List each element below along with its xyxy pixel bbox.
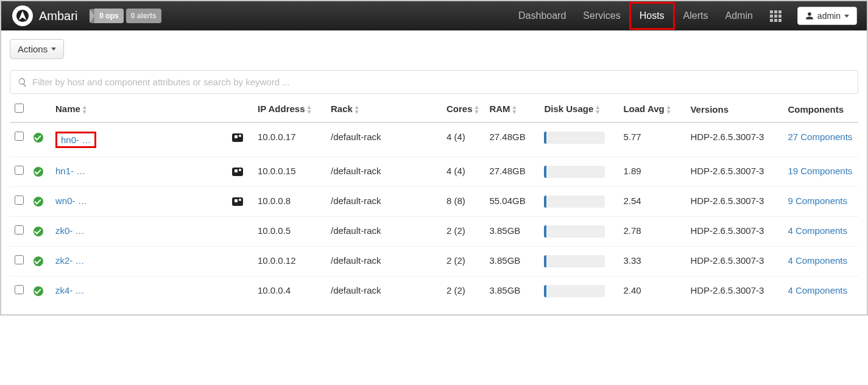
status-ok-icon (34, 167, 43, 177)
cell-ip: 10.0.0.15 (253, 157, 326, 187)
row-checkbox[interactable] (15, 166, 24, 175)
status-ok-icon (34, 227, 43, 236)
col-versions[interactable]: Versions (685, 96, 783, 122)
table-row: hn1- … 10.0.0.15 /default-rack 4 (4) 27.… (10, 157, 858, 187)
cell-ram: 3.85GB (484, 247, 539, 277)
col-components[interactable]: Components (783, 96, 858, 122)
maintenance-icon (232, 168, 243, 176)
brand-name[interactable]: Ambari (39, 9, 77, 23)
cell-disk (539, 122, 618, 157)
cell-ram: 27.48GB (484, 122, 539, 157)
cell-load: 2.54 (618, 187, 685, 217)
cell-rack: /default-rack (326, 277, 442, 306)
col-load[interactable]: Load Avg▲▼ (618, 96, 685, 122)
host-name-link[interactable]: zk2- … (55, 255, 85, 266)
row-checkbox[interactable] (15, 196, 24, 205)
hosts-table: Name▲▼ IP Address▲▼ Rack▲▼ Cores▲▼ RAM▲▼… (10, 96, 858, 306)
nav-admin[interactable]: Admin (717, 1, 761, 30)
col-name[interactable]: Name▲▼ (51, 96, 227, 122)
nav-dashboard[interactable]: Dashboard (510, 1, 574, 30)
cell-load: 2.78 (618, 217, 685, 247)
cell-cores: 2 (2) (442, 247, 484, 277)
status-ok-icon (34, 197, 43, 207)
row-checkbox[interactable] (15, 255, 24, 264)
host-name-link[interactable]: hn0- … (55, 132, 96, 148)
cell-rack: /default-rack (326, 157, 442, 187)
cell-ip: 10.0.0.17 (253, 122, 326, 157)
alerts-badge[interactable]: 0 alerts (126, 9, 161, 23)
ops-badge[interactable]: 0 ops (90, 9, 123, 23)
components-link[interactable]: 4 Components (788, 225, 847, 236)
row-checkbox[interactable] (15, 132, 24, 141)
components-link[interactable]: 19 Components (788, 166, 852, 176)
actions-label: Actions (18, 44, 48, 54)
filter-input[interactable] (32, 77, 850, 87)
cell-load: 1.89 (618, 157, 685, 187)
cell-version: HDP-2.6.5.3007-3 (685, 247, 783, 277)
components-link[interactable]: 4 Components (788, 255, 847, 266)
apps-grid-icon (770, 10, 782, 22)
cell-cores: 8 (8) (442, 187, 484, 217)
caret-down-icon (844, 15, 849, 18)
cell-cores: 2 (2) (442, 277, 484, 306)
cell-version: HDP-2.6.5.3007-3 (685, 217, 783, 247)
select-all-checkbox[interactable] (15, 104, 24, 113)
row-checkbox[interactable] (15, 225, 24, 235)
cell-rack: /default-rack (326, 247, 442, 277)
host-name-link[interactable]: zk0- … (55, 225, 85, 236)
col-ip[interactable]: IP Address▲▼ (253, 96, 326, 122)
col-rack[interactable]: Rack▲▼ (326, 96, 442, 122)
cell-ip: 10.0.0.4 (253, 277, 326, 306)
col-ram[interactable]: RAM▲▼ (484, 96, 539, 122)
table-row: wn0- … 10.0.0.8 /default-rack 8 (8) 55.0… (10, 187, 858, 217)
cell-disk (539, 247, 618, 277)
components-link[interactable]: 4 Components (788, 285, 847, 295)
filter-bar[interactable] (10, 70, 858, 94)
col-cores[interactable]: Cores▲▼ (442, 96, 484, 122)
cell-disk (539, 277, 618, 306)
user-icon (805, 12, 814, 20)
cell-ip: 10.0.0.12 (253, 247, 326, 277)
table-row: hn0- … 10.0.0.17 /default-rack 4 (4) 27.… (10, 122, 858, 157)
cell-ram: 3.85GB (484, 277, 539, 306)
cell-ip: 10.0.0.5 (253, 217, 326, 247)
host-name-link[interactable]: hn1- … (55, 166, 85, 176)
host-name-link[interactable]: wn0- … (55, 196, 87, 206)
cell-version: HDP-2.6.5.3007-3 (685, 277, 783, 306)
cell-version: HDP-2.6.5.3007-3 (685, 187, 783, 217)
ambari-logo-icon (16, 9, 29, 23)
cell-ram: 55.04GB (484, 187, 539, 217)
table-row: zk0- … 10.0.0.5 /default-rack 2 (2) 3.85… (10, 217, 858, 247)
cell-version: HDP-2.6.5.3007-3 (685, 122, 783, 157)
ops-badge-label: 0 ops (94, 9, 123, 23)
row-checkbox[interactable] (15, 285, 24, 294)
cell-rack: /default-rack (326, 217, 442, 247)
host-name-link[interactable]: zk4- … (55, 285, 85, 295)
cell-cores: 2 (2) (442, 217, 484, 247)
cell-load: 2.40 (618, 277, 685, 306)
table-row: zk2- … 10.0.0.12 /default-rack 2 (2) 3.8… (10, 247, 858, 277)
cell-load: 5.77 (618, 122, 685, 157)
user-menu-button[interactable]: admin (797, 7, 857, 25)
cell-ram: 27.48GB (484, 157, 539, 187)
cell-disk (539, 187, 618, 217)
cell-cores: 4 (4) (442, 157, 484, 187)
search-icon (18, 77, 27, 87)
cell-cores: 4 (4) (442, 122, 484, 157)
col-disk[interactable]: Disk Usage▲▼ (539, 96, 618, 122)
alerts-badge-label: 0 alerts (126, 9, 161, 23)
status-ok-icon (34, 133, 43, 143)
nav-apps[interactable] (761, 1, 790, 30)
status-ok-icon (34, 256, 43, 266)
cell-disk (539, 157, 618, 187)
status-ok-icon (34, 286, 43, 296)
maintenance-icon (232, 197, 243, 206)
brand-logo[interactable] (12, 5, 33, 26)
components-link[interactable]: 9 Components (788, 196, 847, 206)
nav-alerts[interactable]: Alerts (675, 1, 717, 30)
actions-dropdown-button[interactable]: Actions (10, 39, 64, 59)
nav-hosts[interactable]: Hosts (629, 2, 675, 30)
cell-rack: /default-rack (326, 187, 442, 217)
nav-services[interactable]: Services (574, 1, 629, 30)
components-link[interactable]: 27 Components (788, 132, 852, 142)
